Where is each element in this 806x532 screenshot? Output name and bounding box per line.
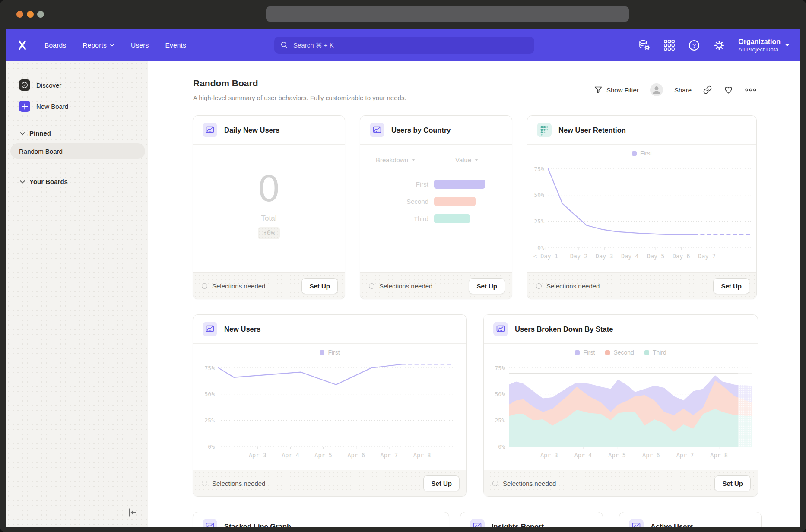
svg-text:Day 2: Day 2 xyxy=(570,253,588,260)
status-circle-icon xyxy=(536,283,542,289)
sidebar-group-label: Pinned xyxy=(29,130,51,137)
set-up-button[interactable]: Set Up xyxy=(714,475,751,491)
line-chart-icon xyxy=(629,519,644,527)
sidebar-group-pinned[interactable]: Pinned xyxy=(20,130,51,137)
top-nav: Boards Reports Users Events Search ⌘ + K xyxy=(6,29,800,61)
svg-text:Apr 4: Apr 4 xyxy=(574,452,592,459)
svg-text:Apr 8: Apr 8 xyxy=(710,452,728,459)
nav-item-reports[interactable]: Reports xyxy=(83,41,114,49)
bar-row: Second xyxy=(360,196,476,206)
bar-first xyxy=(434,180,485,189)
status-text: Selections needed xyxy=(379,282,432,290)
svg-text:75%: 75% xyxy=(205,365,215,371)
window-close-button[interactable] xyxy=(16,11,23,18)
set-up-button[interactable]: Set Up xyxy=(423,475,460,491)
caret-down-icon xyxy=(412,159,415,161)
state-area-chart: 75%50%25%0%Apr 3Apr 4Apr 5Apr 6Apr 7Apr … xyxy=(484,343,758,473)
app-window: Boards Reports Users Events Search ⌘ + K xyxy=(0,0,806,532)
org-project: All Project Data xyxy=(738,46,781,53)
bar-label: Second xyxy=(360,198,428,205)
value-dropdown[interactable]: Value xyxy=(455,156,478,164)
show-filter-button[interactable]: Show Filter xyxy=(594,86,639,94)
svg-text:Apr 3: Apr 3 xyxy=(249,452,267,459)
svg-text:Apr 8: Apr 8 xyxy=(413,452,431,459)
status-text: Selections needed xyxy=(503,480,556,487)
nav-item-users[interactable]: Users xyxy=(131,41,149,49)
browser-address-bar[interactable] xyxy=(266,6,629,22)
favorite-button[interactable] xyxy=(723,85,733,95)
card-users-by-state: Users Broken Down By State First Second … xyxy=(483,314,758,497)
board-toolbar: Show Filter Share xyxy=(594,83,757,96)
window-minimize-button[interactable] xyxy=(27,11,34,18)
collapse-sidebar-icon xyxy=(127,507,138,518)
card-title: Insights Report xyxy=(492,522,544,527)
svg-text:Day 4: Day 4 xyxy=(621,253,639,260)
share-button[interactable]: Share xyxy=(674,86,692,94)
sidebar-collapse-button[interactable] xyxy=(127,507,138,520)
search-icon xyxy=(280,41,289,49)
breakdown-dropdown[interactable]: Breakdown xyxy=(376,156,415,164)
sidebar-item-label: Random Board xyxy=(19,148,63,155)
line-chart-icon xyxy=(470,519,485,527)
svg-text:Apr 5: Apr 5 xyxy=(608,452,626,459)
sidebar-item-new-board[interactable]: New Board xyxy=(19,101,68,112)
card-users-by-country: Users by Country Breakdown Value First S… xyxy=(360,115,512,299)
metric-delta-badge: ↑0% xyxy=(258,227,280,239)
bar-third xyxy=(434,214,470,223)
search-placeholder: Search ⌘ + K xyxy=(293,41,334,49)
sidebar-item-discover[interactable]: Discover xyxy=(19,79,61,91)
link-icon xyxy=(703,85,712,95)
org-switcher[interactable]: Organization All Project Data xyxy=(738,38,790,53)
status-text: Selections needed xyxy=(546,282,600,290)
svg-text:Apr 5: Apr 5 xyxy=(314,452,332,459)
card-title: Users Broken Down By State xyxy=(515,325,613,333)
avatar[interactable] xyxy=(650,83,663,96)
more-options-button[interactable] xyxy=(745,87,757,92)
sidebar: Discover New Board Pinned Random Board Y… xyxy=(6,61,148,527)
card-title: New Users xyxy=(224,325,260,333)
svg-text:Day 5: Day 5 xyxy=(647,253,665,260)
status-circle-icon xyxy=(202,481,207,486)
svg-text:Apr 7: Apr 7 xyxy=(676,452,694,459)
nav-item-events[interactable]: Events xyxy=(165,41,186,49)
svg-text:50%: 50% xyxy=(534,192,545,198)
svg-text:25%: 25% xyxy=(495,417,505,424)
line-chart-icon xyxy=(370,123,384,137)
bar-row: First xyxy=(360,179,485,189)
set-up-button[interactable]: Set Up xyxy=(713,278,749,294)
svg-text:Apr 4: Apr 4 xyxy=(282,452,299,459)
svg-text:50%: 50% xyxy=(495,391,505,397)
card-stacked-line-graph: Stacked Line Graph xyxy=(193,512,449,527)
set-up-button[interactable]: Set Up xyxy=(301,278,338,294)
search-input[interactable]: Search ⌘ + K xyxy=(274,37,534,54)
card-title: Users by Country xyxy=(391,126,451,134)
sidebar-group-your-boards[interactable]: Your Boards xyxy=(20,178,68,185)
card-title: Daily New Users xyxy=(224,126,279,134)
org-name: Organization xyxy=(738,38,781,47)
app-content: Boards Reports Users Events Search ⌘ + K xyxy=(6,29,800,527)
svg-text:0%: 0% xyxy=(537,244,544,251)
svg-text:Apr 6: Apr 6 xyxy=(347,452,365,459)
data-management-icon[interactable] xyxy=(638,39,651,51)
set-up-button[interactable]: Set Up xyxy=(469,278,505,294)
svg-text:50%: 50% xyxy=(205,391,215,397)
svg-text:0%: 0% xyxy=(498,443,505,450)
filter-funnel-icon xyxy=(594,86,603,94)
mixpanel-logo-icon[interactable] xyxy=(16,39,28,51)
nav-item-boards[interactable]: Boards xyxy=(44,41,66,49)
discover-compass-icon xyxy=(19,79,30,91)
window-zoom-button[interactable] xyxy=(37,11,44,18)
svg-text:25%: 25% xyxy=(534,218,545,225)
settings-gear-icon[interactable] xyxy=(713,39,725,51)
svg-text:Apr 3: Apr 3 xyxy=(540,452,558,459)
heart-icon xyxy=(723,85,733,95)
sidebar-item-random-board[interactable]: Random Board xyxy=(10,143,145,159)
status-circle-icon xyxy=(369,283,374,289)
help-icon[interactable]: ? xyxy=(688,39,700,51)
new-users-line-chart: 75%50%25%0%Apr 3Apr 4Apr 5Apr 6Apr 7Apr … xyxy=(193,343,466,473)
copy-link-button[interactable] xyxy=(703,85,712,95)
card-active-users: Active Users xyxy=(619,512,762,527)
status-circle-icon xyxy=(492,481,498,486)
apps-grid-icon[interactable] xyxy=(663,39,675,51)
sidebar-item-label: Discover xyxy=(36,82,61,89)
